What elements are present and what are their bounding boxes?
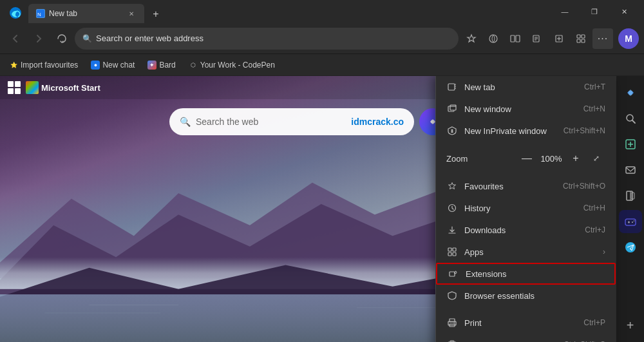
sidebar-books[interactable] — [619, 184, 642, 207]
svg-rect-13 — [577, 35, 580, 38]
sidebar-copilot[interactable] — [619, 81, 642, 104]
tab-title: New tab — [49, 9, 122, 18]
main-area: Microsoft Start 🔍 Search the web idmcrac… — [0, 76, 644, 342]
menu-apps[interactable]: Apps › — [436, 241, 616, 263]
fav-new-chat[interactable]: ● New chat — [87, 58, 138, 72]
new-window-icon — [446, 103, 458, 115]
address-text: Search or enter web address — [96, 33, 451, 43]
zoom-out-button[interactable]: — — [518, 149, 536, 167]
menu-favourites-shortcut: Ctrl+Shift+O — [563, 182, 605, 191]
zoom-control: Zoom — 100% + ⤢ — [436, 147, 616, 170]
minimize-button[interactable]: — — [550, 0, 580, 23]
fav-import[interactable]: ⭐ Import favourites — [5, 58, 82, 72]
menu-favourites[interactable]: Favourites Ctrl+Shift+O — [436, 175, 616, 197]
sidebar-collections[interactable] — [619, 133, 642, 156]
downloads-icon — [446, 224, 458, 236]
grid-dot — [15, 88, 21, 94]
svg-rect-36 — [451, 131, 453, 133]
menu-print-label: Print — [464, 318, 577, 328]
sidebar-telegram[interactable] — [619, 236, 642, 259]
inprivate-icon — [446, 125, 458, 137]
menu-history-label: History — [464, 204, 577, 213]
tab-active[interactable]: N New tab ✕ — [28, 4, 144, 23]
split-screen-button[interactable] — [505, 28, 526, 49]
menu-screenshot[interactable]: Screenshot Ctrl+Shift+S — [436, 334, 616, 342]
nav-actions: ··· — [461, 28, 613, 49]
sidebar-search[interactable] — [619, 107, 642, 130]
edge-icon[interactable] — [5, 3, 26, 23]
menu-print-shortcut: Ctrl+P — [583, 318, 605, 327]
profile-button[interactable]: M — [618, 28, 639, 49]
zoom-expand-button[interactable]: ⤢ — [587, 149, 605, 167]
menu-apps-label: Apps — [464, 247, 594, 257]
menu-history[interactable]: History Ctrl+H — [436, 197, 616, 219]
fav-bard-icon: ✦ — [147, 61, 156, 70]
right-sidebar: + — [616, 76, 644, 342]
fav-bard[interactable]: ✦ Bard — [144, 58, 179, 72]
forward-button[interactable] — [28, 28, 49, 49]
svg-point-73 — [625, 242, 636, 252]
restore-button[interactable]: ❐ — [580, 0, 609, 23]
compat-view-button[interactable] — [483, 28, 504, 49]
menu-new-tab-shortcut: Ctrl+T — [584, 82, 605, 91]
favorites-bar: ⭐ Import favourites ● New chat ✦ Bard ⬡ … — [0, 54, 644, 76]
back-button[interactable] — [5, 28, 26, 49]
search-bar[interactable]: 🔍 Search the web idmcrack.co — [169, 108, 414, 135]
menu-new-tab[interactable]: New tab Ctrl+T — [436, 76, 616, 98]
more-menu-button[interactable]: ··· — [592, 28, 613, 49]
search-icon: 🔍 — [82, 34, 92, 43]
new-tab-button[interactable]: + — [147, 5, 165, 23]
fav-chat-label: New chat — [102, 61, 135, 70]
close-button[interactable]: ✕ — [609, 0, 639, 23]
search-icon: 🔍 — [180, 117, 191, 127]
fav-codepen[interactable]: ⬡ Your Work - CodePen — [185, 58, 279, 72]
svg-rect-4 — [511, 35, 515, 42]
print-icon — [446, 317, 458, 328]
svg-rect-33 — [450, 105, 456, 110]
svg-rect-40 — [453, 248, 456, 251]
sidebar-game[interactable] — [619, 210, 642, 233]
menu-new-tab-label: New tab — [464, 82, 578, 92]
sidebar-add-button[interactable]: + — [619, 314, 642, 337]
search-brand: idmcrack.co — [351, 117, 404, 127]
svg-rect-68 — [625, 219, 636, 225]
menu-favourites-label: Favourites — [464, 182, 556, 191]
fav-bard-label: Bard — [159, 61, 175, 70]
zoom-label: Zoom — [446, 154, 468, 164]
menu-browser-essentials[interactable]: Browser essentials — [436, 285, 616, 307]
zoom-value: 100% — [538, 154, 564, 164]
refresh-button[interactable] — [52, 28, 72, 49]
read-aloud-button[interactable] — [527, 28, 547, 49]
menu-print[interactable]: Print Ctrl+P — [436, 312, 616, 334]
fav-import-icon: ⭐ — [9, 61, 18, 70]
menu-new-window[interactable]: New window Ctrl+N — [436, 98, 616, 120]
history-icon — [446, 202, 458, 214]
tab-close-button[interactable]: ✕ — [126, 8, 137, 19]
menu-extensions[interactable]: Extensions — [436, 263, 616, 285]
menu-downloads[interactable]: Downloads Ctrl+J — [436, 219, 616, 241]
msn-logo: Microsoft Start — [26, 81, 100, 94]
menu-browser-essentials-label: Browser essentials — [464, 291, 605, 301]
window-controls: — ❐ ✕ — [550, 0, 639, 23]
tab-favicon: N — [36, 9, 45, 18]
browser-essentials-icon — [446, 290, 458, 301]
svg-rect-28 — [448, 84, 455, 90]
collections-button[interactable] — [549, 28, 569, 49]
zoom-in-button[interactable]: + — [567, 149, 585, 167]
address-bar[interactable]: 🔍 Search or enter web address — [75, 28, 459, 50]
svg-point-3 — [489, 35, 497, 43]
msn-grid-button[interactable] — [8, 81, 21, 94]
menu-history-shortcut: Ctrl+H — [583, 204, 605, 213]
tab-bar: N New tab ✕ + — [5, 0, 547, 23]
svg-rect-15 — [577, 39, 580, 43]
fav-chat-icon: ● — [91, 61, 100, 70]
favorites-star-button[interactable] — [461, 28, 482, 49]
menu-extensions-label: Extensions — [466, 269, 604, 279]
sidebar-email[interactable] — [619, 158, 642, 182]
menu-screenshot-label: Screenshot — [464, 340, 557, 343]
svg-rect-39 — [448, 248, 451, 251]
extensions-button[interactable] — [571, 28, 591, 49]
new-tab-icon — [446, 81, 458, 93]
menu-inprivate[interactable]: New InPrivate window Ctrl+Shift+N — [436, 120, 616, 142]
menu-inprivate-label: New InPrivate window — [464, 126, 557, 136]
